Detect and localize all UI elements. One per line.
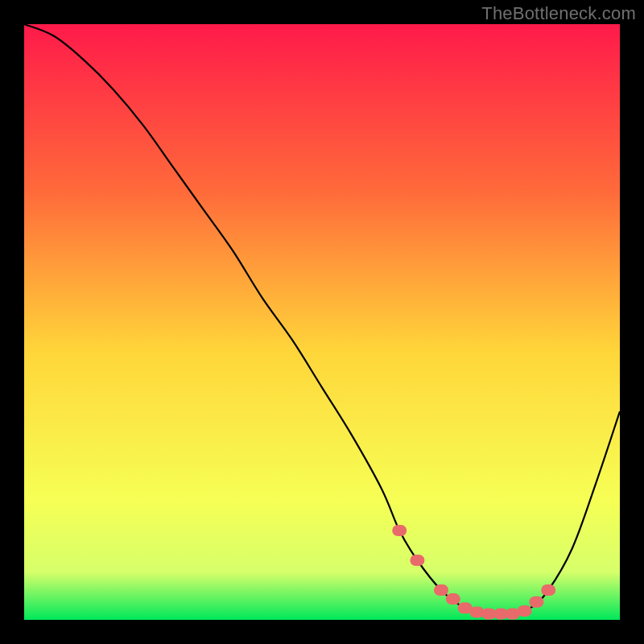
highlight-marker [410, 555, 424, 566]
highlight-marker [446, 593, 460, 605]
highlight-marker [529, 597, 543, 608]
highlight-marker [541, 584, 555, 596]
plot-area [24, 24, 620, 620]
watermark-text: TheBottleneck.com [481, 3, 636, 24]
highlight-marker [392, 525, 407, 536]
highlight-marker [518, 605, 532, 617]
chart-svg [24, 24, 620, 620]
highlight-marker [434, 584, 448, 596]
chart-frame: TheBottleneck.com [0, 0, 644, 644]
gradient-background [24, 24, 620, 620]
